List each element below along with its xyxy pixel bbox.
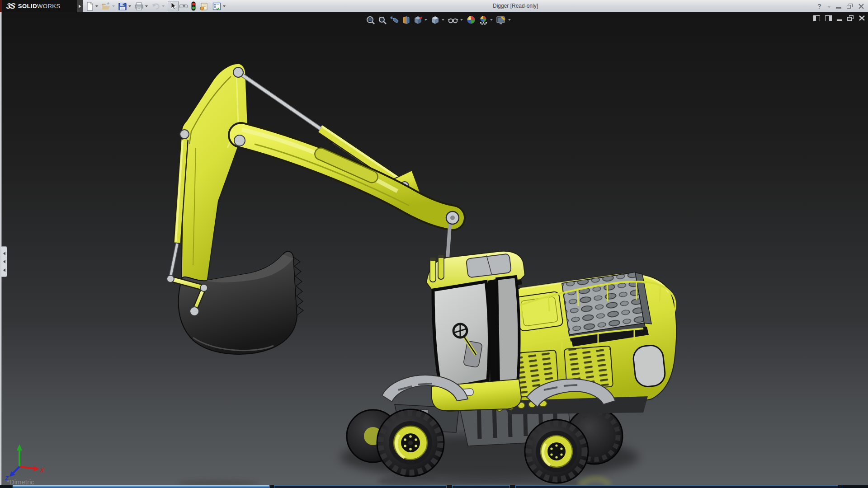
restore-button[interactable]	[847, 4, 853, 9]
hide-show-items-caret[interactable]	[460, 19, 463, 21]
wheel-rear-right[interactable]	[525, 420, 588, 483]
edit-appearance-icon	[466, 15, 476, 25]
apply-scene-icon	[478, 15, 488, 25]
help-button[interactable]: ?	[817, 2, 821, 10]
edit-appearance-button[interactable]	[466, 15, 476, 25]
title-bar: 3S SOLIDWORKS	[0, 0, 868, 12]
open-document-icon	[101, 2, 111, 11]
wheel-front-left[interactable]	[377, 409, 444, 476]
hide-show-items-button[interactable]	[448, 15, 464, 25]
rebuild-traffic-light-icon	[191, 1, 196, 11]
document-close-button[interactable]	[859, 15, 865, 21]
zoom-to-fit-button[interactable]	[366, 15, 375, 25]
select-dropdown-box[interactable]	[179, 5, 188, 8]
headsup-view-toolbar	[366, 14, 512, 25]
view-orientation-label: *Dimetric	[7, 478, 34, 485]
document-restore-button[interactable]	[847, 15, 854, 21]
apply-scene-caret[interactable]	[490, 19, 493, 21]
chevron-left-icon	[3, 268, 5, 272]
open-document-button[interactable]	[100, 2, 116, 11]
chevron-left-icon	[3, 260, 5, 263]
display-style-button[interactable]	[430, 15, 445, 25]
new-document-icon	[86, 2, 94, 11]
show-desktop-button[interactable]	[842, 485, 868, 488]
view-orientation-button[interactable]	[413, 15, 428, 25]
reference-triad: X Z	[4, 441, 49, 482]
select-pressed-box[interactable]	[168, 1, 179, 11]
print-button[interactable]	[133, 2, 149, 11]
print-dropdown-caret[interactable]	[145, 5, 148, 7]
titlebar-controls: ?	[817, 0, 864, 12]
taskbar-button[interactable]	[452, 485, 510, 488]
file-properties-button[interactable]	[198, 2, 210, 11]
file-properties-icon	[199, 2, 209, 11]
section-view-button[interactable]	[401, 15, 411, 25]
view-settings-caret[interactable]	[508, 19, 511, 21]
chevron-right-icon	[79, 5, 81, 8]
save-icon	[118, 2, 127, 11]
undo-icon	[151, 2, 160, 11]
options-button[interactable]	[211, 2, 226, 11]
help-dropdown-caret[interactable]	[828, 6, 830, 8]
document-minimize-button[interactable]	[837, 19, 842, 21]
window-title: Digger [Read-only]	[493, 3, 538, 9]
print-icon	[134, 2, 144, 11]
graphics-viewport[interactable]: X Z *Dimetric	[0, 12, 868, 485]
windows-taskbar-sliver	[0, 485, 868, 488]
save-dropdown-caret[interactable]	[128, 5, 131, 7]
solidworks-window: 3S SOLIDWORKS	[0, 0, 868, 488]
display-style-icon	[430, 15, 440, 25]
chevron-left-icon	[3, 252, 5, 255]
menu-expand-chevron[interactable]	[77, 0, 83, 12]
undo-button[interactable]	[150, 2, 165, 11]
view-orientation-caret[interactable]	[425, 19, 427, 21]
previous-view-icon	[389, 15, 399, 25]
open-dropdown-caret[interactable]	[112, 5, 115, 7]
new-dropdown-caret[interactable]	[95, 5, 98, 7]
view-orientation-icon	[413, 15, 423, 25]
solidworks-logo-mark: 3S	[6, 2, 15, 11]
options-dropdown-caret[interactable]	[223, 5, 226, 7]
new-document-button[interactable]	[85, 2, 99, 11]
zoom-to-area-icon	[377, 15, 387, 25]
select-tool-button[interactable]	[167, 1, 189, 11]
zoom-to-fit-icon	[366, 15, 375, 25]
select-cursor-icon	[170, 2, 177, 10]
taskbar-button[interactable]	[515, 485, 838, 488]
excavator-boom[interactable]	[170, 64, 459, 306]
taskbar-button-active[interactable]	[13, 485, 269, 488]
display-style-caret[interactable]	[442, 19, 444, 21]
minimize-button[interactable]	[836, 7, 841, 9]
solidworks-logo: 3S SOLIDWORKS	[2, 0, 77, 12]
featuremanager-collapsed-tab[interactable]	[1, 246, 7, 277]
hide-show-items-icon	[448, 15, 458, 25]
view-settings-icon	[496, 15, 506, 25]
view-settings-button[interactable]	[496, 15, 512, 25]
section-view-icon	[401, 15, 411, 25]
select-dropdown-caret	[183, 5, 185, 7]
solidworks-logo-text: SOLIDWORKS	[18, 3, 61, 9]
excavator-model[interactable]	[1, 12, 868, 485]
previous-view-button[interactable]	[389, 15, 399, 25]
collapse-pane-right-button[interactable]	[825, 15, 832, 21]
taskbar-button[interactable]	[274, 485, 447, 488]
main-toolbar	[85, 0, 226, 12]
collapse-pane-left-button[interactable]	[813, 15, 820, 21]
rebuild-button[interactable]	[190, 1, 197, 11]
apply-scene-button[interactable]	[478, 15, 494, 25]
close-button[interactable]	[858, 3, 864, 9]
save-button[interactable]	[117, 2, 132, 11]
zoom-to-area-button[interactable]	[377, 15, 387, 25]
document-window-controls	[813, 15, 865, 21]
options-icon	[212, 2, 222, 11]
undo-dropdown-caret[interactable]	[162, 5, 165, 7]
triad-x-label: X	[40, 467, 45, 474]
